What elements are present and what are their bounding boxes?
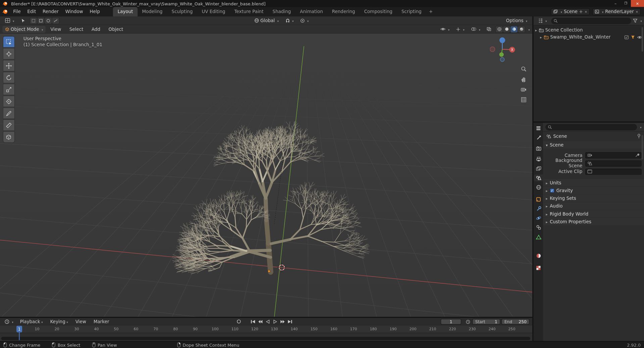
navigation-gizmo[interactable]: X xyxy=(490,37,515,62)
annotate-tool[interactable] xyxy=(3,108,15,119)
gravity-checkbox[interactable] xyxy=(550,188,554,192)
view-layer-selector[interactable]: RenderLayer xyxy=(592,8,641,15)
zoom-icon[interactable] xyxy=(520,65,527,73)
viewport-menu-select[interactable]: Select xyxy=(66,26,87,32)
menu-window[interactable]: Window xyxy=(62,7,87,16)
menu-file[interactable]: File xyxy=(10,7,24,16)
shading-material-preview[interactable] xyxy=(511,26,518,32)
tab-modeling[interactable]: Modeling xyxy=(138,7,167,16)
gizmos-dropdown[interactable] xyxy=(454,25,467,33)
tab-scene[interactable] xyxy=(534,174,543,181)
timeline-editor-selector[interactable] xyxy=(2,318,16,325)
exclude-checkbox-icon[interactable] xyxy=(624,35,629,39)
minimize-button[interactable] xyxy=(610,0,621,7)
tab-object[interactable] xyxy=(534,196,543,203)
menu-help[interactable]: Help xyxy=(86,7,103,16)
previous-keyframe-button[interactable] xyxy=(257,318,263,325)
pan-hand-icon[interactable] xyxy=(520,75,527,83)
measure-tool[interactable] xyxy=(3,119,15,131)
outliner-editor-selector[interactable] xyxy=(536,17,549,24)
properties-editor-selector[interactable] xyxy=(534,125,543,132)
jump-to-start-button[interactable] xyxy=(250,318,256,325)
audio-panel-header[interactable]: Audio xyxy=(543,202,644,210)
shading-wireframe[interactable] xyxy=(496,26,503,32)
viewport-canvas-area[interactable]: User Perspective (1) Scene Collection | … xyxy=(0,34,532,316)
new-scene-icon[interactable] xyxy=(579,10,583,13)
tab-world[interactable] xyxy=(534,184,543,191)
close-button[interactable] xyxy=(631,0,644,7)
snapping-dropdown[interactable] xyxy=(283,17,296,24)
viewport-menu-view[interactable]: View xyxy=(47,26,65,32)
viewport-menu-object[interactable]: Object xyxy=(105,26,126,32)
select-mode-4[interactable] xyxy=(52,17,59,23)
rigid-body-world-panel-header[interactable]: Rigid Body World xyxy=(543,210,644,218)
timeline-menu-view[interactable]: View xyxy=(72,318,90,325)
keying-sets-panel-header[interactable]: Keying Sets xyxy=(543,194,644,202)
filter-funnel-icon[interactable] xyxy=(633,18,638,23)
perspective-toggle-icon[interactable] xyxy=(520,96,527,103)
chevron-down-icon[interactable] xyxy=(639,18,642,23)
current-frame-field[interactable]: 1 xyxy=(441,319,461,325)
tab-layout[interactable]: Layout xyxy=(113,7,138,16)
play-button[interactable] xyxy=(272,318,278,325)
tab-rendering[interactable]: Rendering xyxy=(328,7,360,16)
expand-icon[interactable] xyxy=(535,27,537,33)
timeline-menu-keying[interactable]: Keying xyxy=(47,318,71,325)
tab-modifiers[interactable] xyxy=(534,205,543,212)
remove-view-layer-icon[interactable] xyxy=(636,9,638,14)
jump-to-end-button[interactable] xyxy=(287,318,293,325)
start-frame-field[interactable]: Start1 xyxy=(472,319,500,325)
camera-view-icon[interactable] xyxy=(520,86,527,93)
auto-keyframe-toggle[interactable] xyxy=(236,318,242,325)
camera-field[interactable] xyxy=(585,152,642,158)
properties-scrollbar[interactable] xyxy=(642,135,643,160)
outliner-search-field[interactable] xyxy=(551,17,632,24)
tab-tool[interactable] xyxy=(534,134,543,141)
background-scene-field[interactable] xyxy=(585,160,642,166)
tab-object-data[interactable] xyxy=(534,233,543,240)
tab-output[interactable] xyxy=(534,156,543,163)
eyedropper-icon[interactable] xyxy=(635,153,639,157)
proportional-editing-dropdown[interactable] xyxy=(298,17,311,24)
select-mode-1[interactable] xyxy=(30,17,37,23)
end-frame-field[interactable]: End250 xyxy=(501,319,529,325)
properties-search-field[interactable] xyxy=(545,124,637,130)
rotate-tool[interactable] xyxy=(3,72,15,83)
timeline-track-area[interactable] xyxy=(0,333,532,341)
tab-sculpting[interactable]: Sculpting xyxy=(167,7,197,16)
scene-panel-header[interactable]: Scene xyxy=(543,141,644,149)
select-box-tool[interactable] xyxy=(3,36,15,48)
options-dropdown[interactable]: Options xyxy=(503,17,530,24)
timeline-menu-playback[interactable]: Playback xyxy=(17,318,46,325)
custom-properties-panel-header[interactable]: Custom Properties xyxy=(543,218,644,225)
transform-orientation-dropdown[interactable]: Global xyxy=(252,17,281,24)
scene-selector[interactable]: Scene xyxy=(551,8,590,15)
play-reverse-button[interactable] xyxy=(264,318,270,325)
select-mode-2[interactable] xyxy=(37,17,44,23)
unlink-scene-icon[interactable] xyxy=(585,9,587,14)
xray-toggle[interactable] xyxy=(485,26,494,32)
tab-physics[interactable] xyxy=(534,215,543,222)
pin-icon[interactable] xyxy=(637,134,641,139)
shading-rendered[interactable] xyxy=(518,26,525,32)
editor-type-selector[interactable] xyxy=(2,17,16,24)
move-tool[interactable] xyxy=(3,60,15,71)
gravity-panel-header[interactable]: Gravity xyxy=(543,187,644,194)
outliner-row-scene-collection[interactable]: Scene Collection xyxy=(534,27,644,34)
tweak-tool-icon-button[interactable] xyxy=(18,17,28,23)
timeline-menu-marker[interactable]: Marker xyxy=(90,318,112,325)
filter-dropdown-icon[interactable] xyxy=(639,124,642,130)
add-workspace-button[interactable]: + xyxy=(426,7,436,16)
tab-constraints[interactable] xyxy=(534,224,543,231)
tab-texture-paint[interactable]: Texture Paint xyxy=(230,7,268,16)
next-keyframe-button[interactable] xyxy=(279,318,285,325)
tab-material[interactable] xyxy=(534,252,543,259)
tab-shading[interactable]: Shading xyxy=(268,7,296,16)
timeline-horizontal-scrollbar[interactable] xyxy=(1,337,530,340)
outliner-row-swamp-white-oak[interactable]: Swamp_White_Oak_Winter xyxy=(534,34,644,41)
tab-animation[interactable]: Animation xyxy=(295,7,328,16)
tab-uv-editing[interactable]: UV Editing xyxy=(197,7,230,16)
add-cube-tool[interactable] xyxy=(3,131,15,143)
holdout-funnel-icon[interactable] xyxy=(631,35,635,39)
expand-icon[interactable] xyxy=(540,35,542,40)
